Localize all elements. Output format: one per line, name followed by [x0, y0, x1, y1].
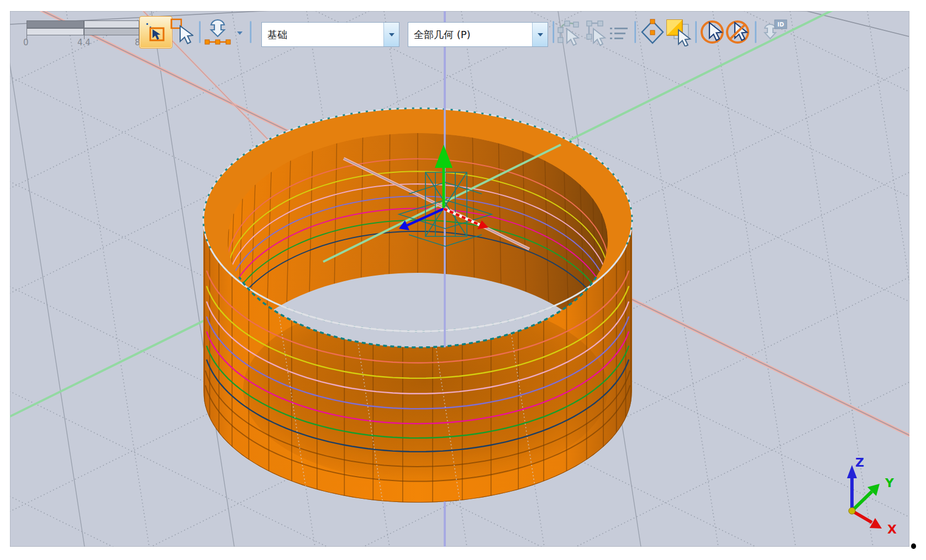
chevron-down-icon — [538, 33, 543, 36]
snap-settings-button[interactable] — [640, 19, 665, 46]
new-selection-button[interactable] — [169, 18, 193, 46]
viewport-3d[interactable]: ZYX — [0, 0, 926, 560]
toolbar-separator — [755, 21, 756, 43]
scale-ruler-label: 0 — [23, 38, 29, 47]
snap-node-button[interactable] — [203, 18, 232, 47]
triad-origin — [849, 508, 855, 514]
deselect-cursor-icon — [725, 18, 750, 46]
application-window: ZYX 0 4.4 8.9 — [0, 0, 926, 560]
toolbar-separator — [695, 21, 697, 43]
snap-dropdown-arrow-icon — [237, 31, 243, 35]
select-mode-button[interactable] — [699, 18, 725, 46]
selection-filter-button[interactable] — [665, 19, 692, 46]
edit-vertices-button[interactable] — [557, 20, 581, 46]
geometry-filter-combobox-value: 全部几何 (P) — [408, 28, 532, 41]
triad-y-label: Y — [885, 476, 895, 490]
id-badge-label: ID — [777, 22, 784, 28]
select-cursor-icon — [699, 18, 725, 46]
selection-filter-icon — [665, 19, 692, 46]
layer-combobox[interactable]: 基础 — [261, 22, 399, 47]
select-by-id-icon: ID — [761, 19, 790, 47]
select-by-id-button[interactable]: ID — [761, 19, 790, 47]
selection-list-icon — [609, 25, 629, 43]
scale-ruler-segment — [84, 20, 139, 28]
scale-ruler-segment — [84, 28, 139, 35]
snap-dropdown-button[interactable] — [234, 28, 245, 39]
toolbar-separator — [553, 21, 554, 43]
layer-combobox-value: 基础 — [262, 28, 383, 41]
zoom-selection-active-icon — [145, 22, 167, 44]
geometry-filter-combobox[interactable]: 全部几何 (P) — [408, 22, 548, 47]
scale-ruler-segment — [27, 28, 84, 35]
chevron-down-icon — [389, 33, 394, 36]
edit-vertices-icon — [557, 20, 581, 46]
zoom-selection-button[interactable] — [139, 16, 172, 49]
scale-ruler-label: 4.4 — [77, 38, 91, 47]
scale-ruler: 0 4.4 8.9 — [25, 20, 140, 49]
toolbar-separator — [634, 21, 636, 43]
selection-list-button[interactable] — [609, 25, 629, 43]
scale-ruler-segment — [27, 20, 84, 28]
snap-settings-icon — [640, 19, 665, 46]
stray-dot — [911, 543, 916, 549]
edit-edges-icon — [582, 20, 607, 46]
triad-z-label: Z — [855, 456, 864, 469]
toolbar-separator — [250, 21, 251, 43]
toolbar-separator — [199, 21, 201, 43]
new-selection-icon — [169, 18, 193, 46]
triad-x-label: X — [887, 522, 897, 536]
geometry-filter-dropdown-button[interactable] — [532, 23, 548, 46]
layer-combobox-dropdown-button[interactable] — [383, 23, 399, 46]
edit-edges-button[interactable] — [582, 20, 607, 46]
snap-node-icon — [203, 18, 232, 47]
deselect-mode-button[interactable] — [725, 18, 750, 46]
viewport-clip-group: ZYX — [0, 0, 926, 560]
